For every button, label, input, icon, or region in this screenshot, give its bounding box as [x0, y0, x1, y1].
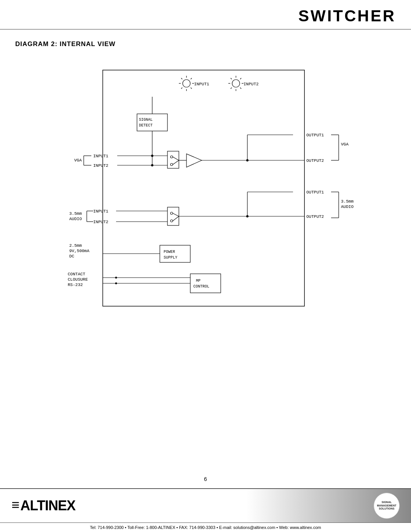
power-label2: 9V,500mA [69, 249, 89, 253]
audio-input2-label: INPUT2 [93, 220, 108, 224]
svg-marker-32 [186, 154, 202, 167]
svg-point-68 [115, 283, 117, 284]
audio-right-label1: 3.5mm [341, 199, 354, 204]
audio-left-label2: AUDIO [69, 217, 82, 221]
power-label3: DC [69, 254, 75, 259]
svg-rect-49 [167, 207, 179, 225]
svg-rect-29 [167, 151, 179, 168]
svg-line-17 [240, 78, 241, 79]
section-title: DIAGRAM 2: INTERNAL VIEW [15, 40, 396, 48]
vga-output1-label: OUTPUT1 [306, 133, 324, 137]
vga-input2-label: INPUT2 [93, 163, 108, 168]
footer-contact: Tel: 714-990-2300 • Toll-Free: 1-800-ALT… [0, 522, 411, 532]
altinex-logo: ≡ ALTINEX [11, 498, 75, 514]
svg-line-18 [231, 88, 232, 89]
vga-right-label: VGA [341, 142, 349, 147]
svg-line-9 [181, 88, 182, 89]
page-content: DIAGRAM 2: INTERNAL VIEW INPUT1 [0, 30, 411, 472]
signal-detect-label1: SIGNAL [139, 118, 153, 122]
mp-control-label2: CONTROL [193, 284, 209, 289]
signal-management-badge: SIGNAL MANAGEMENT SOLUTIONS [374, 493, 400, 519]
svg-line-7 [191, 88, 192, 89]
input1-led-label: INPUT1 [194, 82, 209, 86]
footer-logo-bar: ≡ ALTINEX SIGNAL MANAGEMENT SOLUTIONS [0, 489, 411, 522]
svg-rect-0 [103, 70, 304, 306]
contact-label3: RS-232 [68, 283, 83, 287]
input2-led-label: INPUT2 [244, 82, 259, 86]
svg-point-56 [246, 215, 249, 217]
svg-point-67 [115, 277, 117, 279]
signal-detect-label2: DETECT [139, 123, 153, 128]
audio-output1-label: OUTPUT1 [306, 190, 324, 195]
logo-text: ALTINEX [21, 498, 75, 514]
audio-input1-label: INPUT1 [93, 209, 108, 214]
page-number: 6 [0, 472, 411, 488]
svg-point-38 [246, 159, 249, 161]
svg-line-8 [191, 78, 192, 79]
contact-label1: CONTACT [68, 272, 86, 276]
vga-left-label: VGA [74, 158, 82, 163]
power-supply-label2: SUPPLY [164, 256, 177, 260]
diagram-svg: INPUT1 INPUT2 SIGNAL DETECT VGA [34, 59, 377, 333]
page-footer: ≡ ALTINEX SIGNAL MANAGEMENT SOLUTIONS Te… [0, 488, 411, 532]
svg-line-6 [181, 78, 182, 79]
page-header: SWITCHER [0, 0, 411, 30]
mp-control-label1: MP [196, 279, 201, 283]
svg-point-10 [232, 80, 240, 87]
svg-line-16 [240, 88, 241, 89]
contact-label2: CLOUSURE [68, 277, 88, 282]
power-supply-label1: POWER [164, 250, 175, 254]
vga-output2-label: OUTPUT2 [306, 158, 324, 163]
svg-rect-64 [190, 274, 221, 293]
power-label1: 2.5mm [69, 243, 82, 248]
svg-line-15 [231, 78, 232, 79]
diagram-wrapper: INPUT1 INPUT2 SIGNAL DETECT VGA [15, 59, 396, 333]
logo-arrow-icon: ≡ [11, 498, 20, 514]
vga-input1-label: INPUT1 [93, 154, 108, 158]
audio-right-label2: AUDIO [341, 204, 354, 209]
svg-point-1 [183, 80, 190, 87]
audio-output2-label: OUTPUT2 [306, 214, 324, 219]
audio-left-label1: 3.5mm [69, 211, 82, 216]
svg-rect-19 [137, 114, 167, 131]
page-title: SWITCHER [298, 7, 396, 25]
